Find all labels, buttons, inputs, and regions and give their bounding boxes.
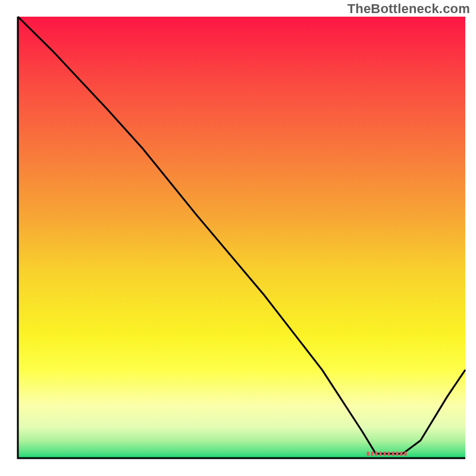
bottleneck-chart <box>0 0 476 476</box>
chart-background <box>18 17 465 458</box>
watermark-text: TheBottleneck.com <box>347 1 470 17</box>
chart-container: TheBottleneck.com <box>0 0 476 476</box>
